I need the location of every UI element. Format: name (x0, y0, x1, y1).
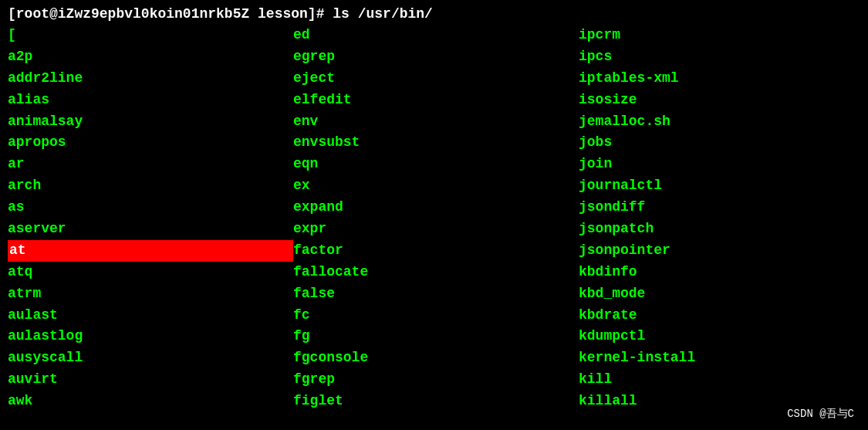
list-item: elfedit (293, 90, 579, 111)
terminal-window: [root@iZwz9epbvl0koin01nrkb5Z lesson]# l… (8, 6, 860, 424)
file-list: [a2paddr2linealiasanimalsayaproposararch… (8, 25, 860, 412)
list-item: ar (8, 154, 293, 175)
list-item: atq (8, 262, 293, 283)
list-item: kbdrate (579, 305, 856, 327)
list-item: jsonpointer (579, 240, 856, 262)
list-item: [ (8, 25, 293, 46)
list-item: egrep (293, 46, 579, 68)
list-item: aulastlog (8, 326, 293, 347)
list-item: expand (293, 197, 579, 218)
list-item: fg (293, 326, 579, 347)
list-item: kernel-install (579, 347, 856, 369)
list-item: ex (293, 175, 579, 197)
list-item: ausyscall (8, 347, 293, 369)
list-item: aulast (8, 305, 293, 327)
list-item: jemalloc.sh (579, 111, 856, 133)
list-item: auvirt (8, 369, 293, 391)
column-1: [a2paddr2linealiasanimalsayaproposararch… (8, 25, 293, 412)
list-item: iptables-xml (579, 68, 856, 90)
list-item: eject (293, 68, 579, 90)
list-item: false (293, 283, 579, 305)
list-item: ed (293, 25, 579, 46)
column-3: ipcrmipcsiptables-xmlisosizejemalloc.shj… (579, 25, 856, 412)
list-item: apropos (8, 132, 293, 154)
list-item: jobs (579, 132, 856, 154)
list-item: env (293, 111, 579, 133)
list-item: isosize (579, 90, 856, 111)
list-item: atrm (8, 283, 293, 305)
list-item: join (579, 154, 856, 175)
list-item: figlet (293, 391, 579, 412)
list-item: kbdinfo (579, 262, 856, 283)
list-item: expr (293, 218, 579, 240)
list-item: at (8, 240, 293, 262)
list-item: as (8, 197, 293, 218)
list-item: arch (8, 175, 293, 197)
list-item: animalsay (8, 111, 293, 133)
list-item: a2p (8, 46, 293, 68)
list-item: jsonpatch (579, 218, 856, 240)
list-item: awk (8, 391, 293, 412)
column-2: edegrepejectelfeditenvenvsubsteqnexexpan… (293, 25, 579, 412)
list-item: eqn (293, 154, 579, 175)
list-item: kill (579, 369, 856, 391)
list-item: kdumpctl (579, 326, 856, 347)
watermark: CSDN @吾与C (787, 407, 854, 421)
list-item: aserver (8, 218, 293, 240)
list-item: jsondiff (579, 197, 856, 218)
list-item: fgconsole (293, 347, 579, 369)
list-item: alias (8, 90, 293, 111)
list-item: journalctl (579, 175, 856, 197)
list-item: ipcs (579, 46, 856, 68)
list-item: envsubst (293, 132, 579, 154)
list-item: addr2line (8, 68, 293, 90)
list-item: factor (293, 240, 579, 262)
list-item: fallocate (293, 262, 579, 283)
list-item: fgrep (293, 369, 579, 391)
list-item: ipcrm (579, 25, 856, 46)
list-item: fc (293, 305, 579, 327)
command-line: [root@iZwz9epbvl0koin01nrkb5Z lesson]# l… (8, 6, 860, 22)
list-item: kbd_mode (579, 283, 856, 305)
